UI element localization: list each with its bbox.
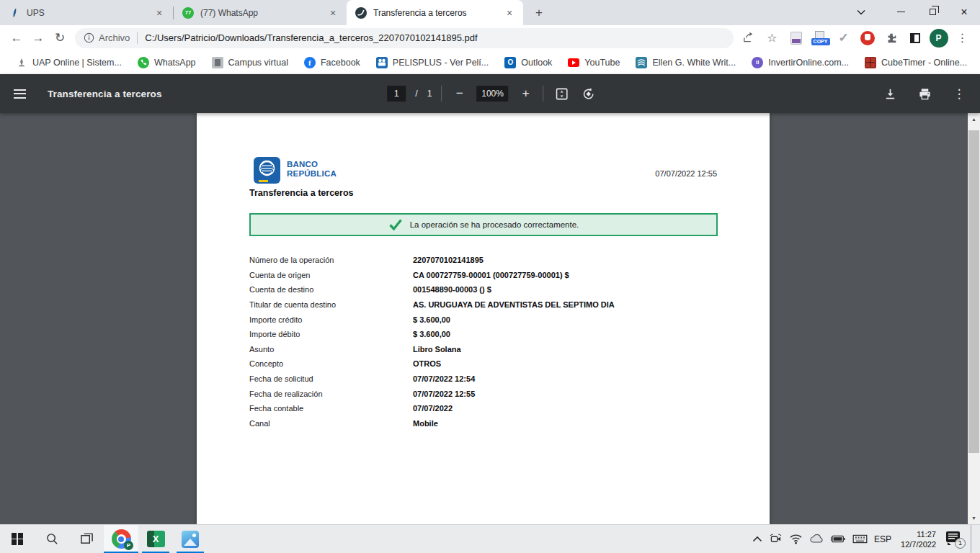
bookmark-outlook[interactable]: O Outlook	[499, 55, 558, 71]
share-button[interactable]	[738, 27, 759, 48]
bookmark-invertironline[interactable]: II InvertirOnline.com...	[746, 55, 855, 71]
task-view-button[interactable]	[69, 525, 104, 553]
tab-close-icon[interactable]: ×	[153, 6, 166, 19]
pdf-menu-button[interactable]	[0, 74, 39, 113]
tab-title: (77) WhatsApp	[200, 8, 326, 18]
scrollbar-thumb[interactable]	[968, 130, 979, 453]
page-info-chip[interactable]: Archivo	[84, 32, 130, 43]
onedrive-cloud-icon[interactable]	[809, 534, 824, 544]
pdf-viewer-icon	[355, 7, 367, 19]
start-button[interactable]	[0, 525, 35, 553]
reload-button[interactable]: ↻	[49, 27, 71, 49]
bookmark-youtube[interactable]: YouTube	[562, 55, 625, 71]
touch-keyboard-icon[interactable]	[852, 534, 868, 544]
battery-icon[interactable]	[830, 534, 846, 544]
field-label: Asunto	[249, 345, 413, 354]
minimize-button[interactable]	[885, 0, 917, 24]
toolbar-divider	[543, 86, 544, 102]
fit-to-page-button[interactable]	[553, 80, 571, 107]
tab-close-icon[interactable]: ×	[326, 6, 339, 19]
forward-button[interactable]: →	[27, 27, 49, 49]
avatar: P	[930, 29, 948, 48]
scroll-down-button[interactable]: ▼	[968, 512, 980, 524]
bookmark-pelisplus[interactable]: PELISPLUS - Ver Pelí...	[370, 55, 494, 71]
whatsapp-icon: 77	[182, 7, 194, 19]
field-value: 2207070102141895	[413, 256, 484, 264]
tab-transferencia[interactable]: Transferencia a terceros ×	[347, 0, 523, 25]
tab-close-icon[interactable]: ×	[503, 6, 516, 19]
download-icon	[883, 87, 897, 101]
taskbar-photos-button[interactable]	[173, 525, 208, 553]
taskbar-excel-button[interactable]: X	[138, 525, 173, 553]
wifi-icon[interactable]	[789, 534, 803, 544]
page-number-input[interactable]: 1	[387, 86, 406, 102]
success-message: La operación se ha procesado correctamen…	[410, 220, 579, 229]
bookmark-label: CubeTimer - Online...	[881, 58, 967, 68]
zoom-in-button[interactable]: +	[518, 86, 534, 101]
back-button[interactable]: ←	[6, 27, 27, 49]
checkmark-icon	[388, 217, 403, 232]
bookmark-label: WhatsApp	[154, 58, 196, 68]
reader-extension-button[interactable]	[904, 27, 925, 48]
task-view-icon	[80, 532, 94, 546]
pdf-more-options-button[interactable]: ⋮	[945, 80, 973, 107]
close-window-button[interactable]: ×	[948, 0, 980, 24]
pdf-viewer-area: BANCO REPÚBLICA 07/07/2022 12:55 Transfe…	[0, 113, 980, 524]
hamburger-icon	[14, 89, 26, 91]
bookmark-campus[interactable]: Campus virtual	[206, 55, 294, 71]
check-extension-button[interactable]: ✓	[833, 27, 854, 48]
rotate-ccw-icon	[582, 87, 595, 101]
address-bar[interactable]: Archivo C:/Users/Patricio/Downloads/Tran…	[75, 28, 734, 48]
bookmark-facebook[interactable]: f Facebook	[298, 55, 366, 71]
field-row: Titular de cuenta destinoAS. URUGUAYA DE…	[249, 297, 718, 313]
download-button[interactable]	[876, 80, 904, 107]
feather-icon	[9, 7, 20, 19]
photos-icon	[182, 531, 199, 548]
show-desktop-strip[interactable]	[971, 525, 976, 553]
bookmark-cubetimer[interactable]: CubeTimer - Online...	[859, 55, 973, 71]
scroll-up-button[interactable]: ▲	[968, 113, 980, 125]
tab-whatsapp[interactable]: 77 (77) WhatsApp ×	[174, 0, 347, 25]
tray-chevron-up-icon[interactable]	[752, 536, 762, 542]
taskbar-search-button[interactable]	[35, 525, 69, 553]
transfer-details: Número de la operación2207070102141895 C…	[249, 253, 718, 431]
bookmarks-overflow-chevron[interactable]: »	[977, 56, 980, 68]
taskbar-clock[interactable]: 11:27 12/7/2022	[898, 529, 939, 549]
window-controls: ×	[846, 0, 980, 25]
field-row: Fecha de solicitud07/07/2022 12:54	[249, 372, 718, 387]
extensions-button[interactable]	[881, 27, 901, 48]
time: 11:27	[901, 529, 936, 539]
vertical-scrollbar[interactable]: ▲ ▼	[968, 113, 980, 524]
language-indicator[interactable]: ESP	[874, 534, 891, 544]
minimize-icon	[897, 12, 905, 13]
bookmark-egwhite[interactable]: Ellen G. White Writ...	[630, 55, 741, 71]
browser-menu-button[interactable]: ⋮	[952, 27, 973, 48]
meet-now-icon[interactable]	[769, 534, 783, 544]
stop-hand-icon	[860, 31, 875, 45]
bookmark-uap[interactable]: UAP Online | Sistem...	[10, 55, 128, 71]
tab-ups[interactable]: UPS ×	[0, 0, 173, 25]
bookmark-star-button[interactable]: ☆	[762, 27, 783, 48]
zoom-out-button[interactable]: −	[452, 86, 468, 101]
copy-extension-button[interactable]: COPY	[809, 27, 830, 48]
bookmark-label: Facebook	[321, 58, 360, 68]
profile-avatar[interactable]: P	[928, 27, 949, 48]
bookmark-label: YouTube	[584, 58, 620, 68]
egw-writings-icon	[636, 57, 647, 68]
adblock-extension-button[interactable]	[857, 27, 878, 48]
field-label: Fecha de realización	[249, 390, 413, 398]
field-row: ConceptoOTROS	[249, 356, 718, 372]
print-button[interactable]	[911, 80, 938, 107]
bookmark-whatsapp[interactable]: WhatsApp	[132, 55, 202, 71]
taskbar-chrome-button[interactable]: P	[104, 525, 138, 553]
zoom-level[interactable]: 100%	[477, 86, 509, 102]
restore-button[interactable]	[917, 0, 948, 24]
rotate-button[interactable]	[580, 80, 597, 107]
pdf-extension-button[interactable]	[785, 27, 806, 48]
new-tab-button[interactable]: +	[529, 3, 549, 23]
field-label: Canal	[249, 419, 413, 428]
field-row: Cuenta de destino001548890-00003 () $	[249, 282, 718, 297]
browser-window: UPS × 77 (77) WhatsApp × Transferencia a…	[0, 0, 980, 553]
notifications-button[interactable]: 1	[945, 530, 964, 549]
tab-search-chevron-icon[interactable]	[846, 0, 876, 24]
